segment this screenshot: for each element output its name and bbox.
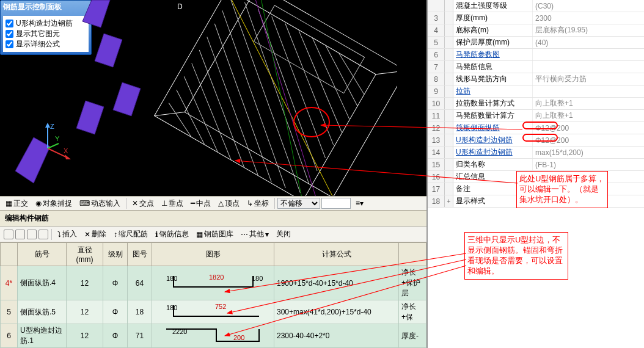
- cell-dia[interactable]: 12: [67, 324, 103, 348]
- col-header: 直径(mm): [67, 243, 103, 266]
- cell-shape[interactable]: 2220200: [152, 324, 274, 348]
- snap-perp[interactable]: ⊥ 垂点: [158, 197, 186, 210]
- prop-key[interactable]: U形构造封边钢筋: [453, 147, 533, 158]
- snap-cross[interactable]: ✕ 交点: [129, 197, 157, 210]
- cell-grade[interactable]: Φ: [103, 324, 128, 348]
- cell-shape[interactable]: 1801820180: [152, 266, 274, 300]
- cell-extra: 厚度-: [399, 324, 426, 348]
- prop-row[interactable]: 14U形构造封边钢筋max(15*d,200): [428, 147, 644, 159]
- prop-row[interactable]: 4底标高(m)层底标高(19.95): [428, 24, 644, 37]
- col-header: 筋号: [18, 243, 67, 266]
- prop-value[interactable]: [533, 61, 644, 73]
- insert-button[interactable]: ⤵ 插入: [54, 228, 80, 241]
- nav-last-icon[interactable]: [38, 230, 48, 239]
- viewport-3d[interactable]: 钢筋显示控制面板 U形构造封边钢筋 显示其它图元 显示详细公式: [0, 0, 426, 196]
- ortho-toggle[interactable]: ▦ 正交: [2, 197, 31, 210]
- cell-dia[interactable]: 12: [67, 266, 103, 300]
- cell-dia[interactable]: 12: [67, 300, 103, 324]
- svg-line-28: [327, 53, 376, 95]
- prop-row[interactable]: 3厚度(mm)2300: [428, 12, 644, 24]
- row-index[interactable]: 6: [1, 324, 18, 348]
- delete-button[interactable]: ✕ 删除: [81, 228, 109, 241]
- close-button[interactable]: 关闭: [273, 228, 294, 241]
- cell-fig[interactable]: 18: [128, 300, 152, 324]
- nav-next-icon[interactable]: [27, 230, 37, 239]
- cell-formula[interactable]: 1900+15*d-40+15*d-40: [274, 266, 399, 300]
- offset-value[interactable]: [321, 198, 351, 209]
- prop-row[interactable]: 混凝土强度等级(C30): [428, 0, 644, 12]
- prop-row[interactable]: 9拉筋: [428, 85, 644, 98]
- scale-button[interactable]: ↕ 缩尺配筋: [111, 228, 151, 241]
- expand-icon[interactable]: +: [445, 195, 453, 207]
- prop-value[interactable]: [533, 49, 644, 60]
- prop-row[interactable]: 15归类名称(FB-1): [428, 159, 644, 171]
- prop-row[interactable]: 5保护层厚度(mm)(40): [428, 37, 644, 49]
- prop-row[interactable]: 8线形马凳筋方向平行横向受力筋: [428, 73, 644, 85]
- svg-line-17: [159, 63, 263, 160]
- prop-key: 马凳筋数量计算方: [453, 110, 533, 121]
- cell-name[interactable]: 侧面纵筋.5: [18, 300, 67, 324]
- prop-index: 5: [428, 37, 445, 48]
- svg-marker-0: [82, 0, 110, 27]
- cell-formula[interactable]: 2300-40-40+2*0: [274, 324, 399, 348]
- cell-fig[interactable]: 71: [128, 324, 152, 348]
- rebar-edit-toolbar: ⤵ 插入 ✕ 删除 ↕ 缩尺配筋 ℹ 钢筋信息 ▦ 钢筋图库 ⋯ 其他▾ 关闭: [0, 227, 426, 242]
- cell-shape[interactable]: 180752: [152, 300, 274, 324]
- svg-text:180: 180: [166, 304, 177, 311]
- prop-row[interactable]: 7马凳筋信息: [428, 61, 644, 73]
- prop-key: 厚度(mm): [453, 12, 533, 24]
- snap-mid[interactable]: ━ 中点: [188, 197, 214, 210]
- prop-value[interactable]: (FB-1): [533, 159, 644, 170]
- prop-row[interactable]: 11马凳筋数量计算方向上取整+1: [428, 110, 644, 122]
- nav-first-icon[interactable]: [4, 230, 13, 239]
- dyn-input-toggle[interactable]: ⌨ 动态输入: [76, 197, 123, 210]
- prop-value[interactable]: 层底标高(19.95): [533, 24, 644, 36]
- expand-icon: [445, 49, 453, 60]
- prop-value[interactable]: 向上取整+1: [533, 110, 644, 121]
- row-index[interactable]: 4*: [1, 266, 18, 300]
- osnap-toggle[interactable]: ◉ 对象捕捉: [32, 197, 75, 210]
- cell-name[interactable]: U型构造封边筋.1: [18, 324, 67, 348]
- cell-name[interactable]: 侧面纵筋.4: [18, 266, 67, 300]
- svg-text:180: 180: [166, 275, 177, 282]
- prop-value[interactable]: 平行横向受力筋: [533, 73, 644, 85]
- expand-icon: [445, 85, 453, 97]
- prop-index: 18: [428, 195, 445, 207]
- cell-formula[interactable]: 300+max(41*d,200)+15*d-40: [274, 300, 399, 324]
- svg-line-16: [159, 50, 284, 168]
- snap-coord[interactable]: ↳ 坐标: [244, 197, 272, 210]
- prop-key[interactable]: 筏板侧面纵筋: [453, 122, 533, 134]
- expand-icon: [445, 37, 453, 48]
- prop-row[interactable]: 6马凳筋参数图: [428, 49, 644, 61]
- prop-value[interactable]: 向上取整+1: [533, 98, 644, 109]
- snap-end[interactable]: △ 顶点: [215, 197, 243, 210]
- svg-text:X: X: [64, 147, 68, 154]
- prop-value[interactable]: (40): [533, 37, 644, 48]
- svg-line-23: [224, 16, 373, 158]
- prop-value[interactable]: max(15*d,200): [533, 147, 644, 158]
- prop-key[interactable]: U形构造封边钢筋: [453, 134, 533, 146]
- prop-value[interactable]: (C30): [533, 0, 644, 12]
- cell-grade[interactable]: Φ: [103, 266, 128, 300]
- nav-prev-icon[interactable]: [15, 230, 25, 239]
- prop-value[interactable]: 2300: [533, 12, 644, 24]
- cell-fig[interactable]: 64: [128, 266, 152, 300]
- snap-toolbar: ▦ 正交 ◉ 对象捕捉 ⌨ 动态输入 ✕ 交点 ⊥ 垂点 ━ 中点 △ 顶点 ↳…: [0, 196, 426, 211]
- offset-select[interactable]: 不偏移: [277, 198, 320, 209]
- prop-key: 保护层厚度(mm): [453, 37, 533, 48]
- rebar-info-button[interactable]: ℹ 钢筋信息: [152, 228, 192, 241]
- rebar-table[interactable]: 筋号直径(mm)级别图号图形计算公式 4*侧面纵筋.412Φ6418018201…: [0, 242, 426, 348]
- prop-key[interactable]: 拉筋: [453, 85, 533, 97]
- prop-key: 混凝土强度等级: [453, 0, 533, 12]
- other-button[interactable]: ⋯ 其他▾: [238, 228, 272, 241]
- row-index[interactable]: 5: [1, 300, 18, 324]
- cell-extra: 净长+保护层: [399, 266, 426, 300]
- rebar-lib-button[interactable]: ▦ 钢筋图库: [193, 228, 236, 241]
- prop-key[interactable]: 马凳筋参数图: [453, 49, 533, 60]
- cell-grade[interactable]: Φ: [103, 300, 128, 324]
- prop-index: [428, 0, 445, 12]
- prop-row[interactable]: 10拉筋数量计算方式向上取整+1: [428, 98, 644, 110]
- prop-index: 4: [428, 24, 445, 36]
- expand-icon: [445, 159, 453, 170]
- prop-value[interactable]: [533, 85, 644, 97]
